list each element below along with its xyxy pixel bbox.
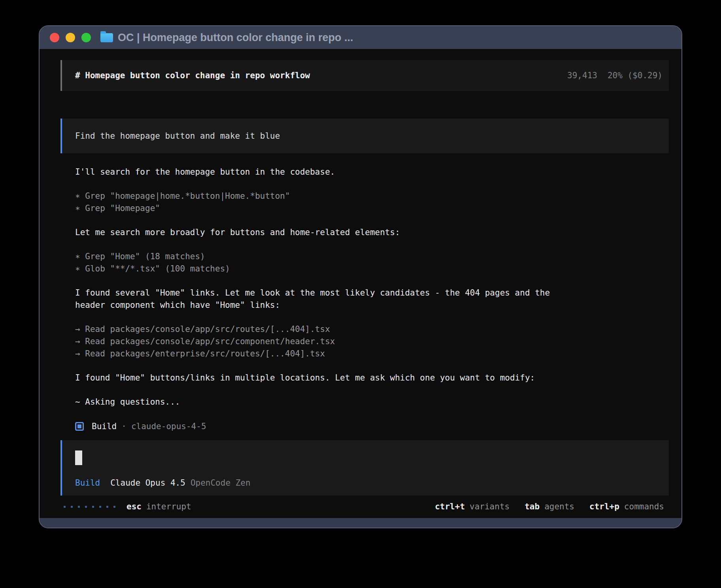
- spinner-icon: [64, 506, 115, 508]
- assistant-text: Let me search more broadly for buttons a…: [75, 226, 669, 239]
- close-button[interactable]: [50, 33, 59, 42]
- desktop: OC | Homepage button color change in rep…: [0, 0, 721, 588]
- terminal-window: OC | Homepage button color change in rep…: [39, 25, 682, 528]
- zoom-button[interactable]: [81, 33, 91, 42]
- shortcut-commands: ctrl+pcommands: [589, 502, 664, 511]
- tool-call-read: → Read packages/console/app/src/componen…: [75, 335, 669, 348]
- tool-call-group: ∗ Grep "Home" (18 matches) ∗ Glob "**/*.…: [60, 251, 669, 275]
- agent-model: claude-opus-4-5: [131, 422, 206, 431]
- model-info-line: BuildClaude Opus 4.5OpenCode Zen: [75, 478, 662, 488]
- tool-call-read: → Read packages/console/app/src/routes/[…: [75, 323, 669, 335]
- agent-status-row: Build · claude-opus-4-5: [75, 420, 669, 432]
- tool-call-grep: ∗ Grep "homepage|home.*button|Home.*butt…: [75, 190, 669, 202]
- folder-icon: [100, 33, 113, 42]
- assistant-paragraph: I found several "Home" links. Let me loo…: [60, 287, 669, 311]
- assistant-text: header component which have "Home" links…: [75, 299, 669, 311]
- minimize-button[interactable]: [66, 33, 75, 42]
- context-usage: 20% ($0.29): [608, 71, 662, 80]
- tool-call-grep: ∗ Grep "Homepage": [75, 202, 669, 215]
- tool-call-read: → Read packages/enterprise/src/routes/[.…: [75, 348, 669, 360]
- input-model-label: Claude Opus 4.5: [110, 478, 185, 488]
- token-count: 39,413: [567, 71, 597, 80]
- agent-name: Build: [92, 422, 117, 431]
- prompt-input[interactable]: BuildClaude Opus 4.5OpenCode Zen: [60, 440, 669, 496]
- status-left: esc interrupt: [64, 502, 191, 511]
- terminal-content: # Homepage button color change in repo w…: [40, 49, 681, 518]
- tool-call-glob: ∗ Glob "**/*.tsx" (100 matches): [75, 263, 669, 275]
- user-message-block: Find the homepage button and make it blu…: [60, 119, 669, 153]
- user-message-text: Find the homepage button and make it blu…: [75, 131, 280, 141]
- status-bar: esc interrupt ctrl+tvariants tabagents c…: [60, 499, 669, 514]
- assistant-text: I found "Home" buttons/links in multiple…: [75, 372, 669, 384]
- build-agent-icon: [75, 422, 84, 431]
- session-meta: 39,41320% ($0.29): [567, 71, 662, 80]
- text-cursor: [75, 450, 82, 465]
- shortcut-variants: ctrl+tvariants: [435, 502, 510, 511]
- assistant-text: I found several "Home" links. Let me loo…: [75, 287, 669, 299]
- status-right: ctrl+tvariants tabagents ctrl+pcommands: [435, 502, 664, 511]
- session-title: # Homepage button color change in repo w…: [75, 71, 310, 80]
- asking-status: ~ Asking questions...: [75, 396, 669, 408]
- esc-key-hint: esc: [126, 502, 142, 511]
- esc-key-label: interrupt: [146, 502, 191, 511]
- input-provider-label: OpenCode Zen: [191, 478, 251, 488]
- tool-call-grep: ∗ Grep "Home" (18 matches): [75, 251, 669, 263]
- window-titlebar[interactable]: OC | Homepage button color change in rep…: [40, 26, 681, 49]
- window-title: OC | Homepage button color change in rep…: [118, 32, 353, 44]
- tool-call-group: ∗ Grep "homepage|home.*button|Home.*butt…: [60, 190, 669, 215]
- input-agent-label: Build: [75, 478, 100, 488]
- shortcut-agents: tabagents: [525, 502, 574, 511]
- tool-call-group: → Read packages/console/app/src/routes/[…: [60, 323, 669, 360]
- assistant-text: I'll search for the homepage button in t…: [75, 166, 669, 178]
- agent-separator: ·: [121, 422, 126, 431]
- session-header: # Homepage button color change in repo w…: [60, 60, 669, 91]
- window-bottom-edge: [40, 518, 681, 528]
- traffic-lights: [50, 33, 91, 42]
